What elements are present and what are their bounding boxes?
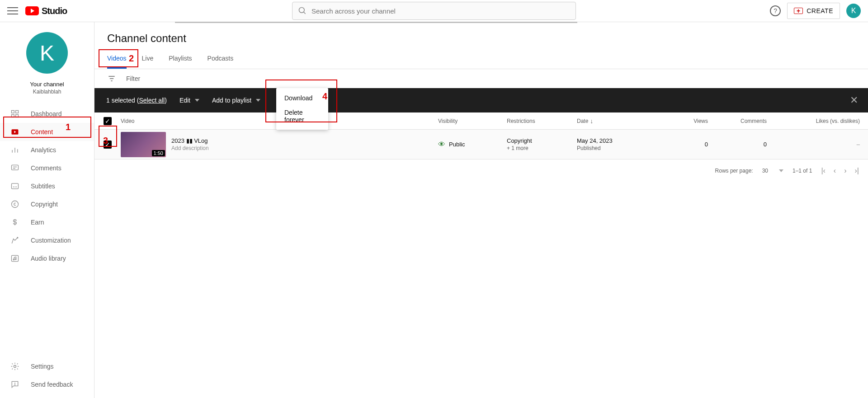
main-content: Channel content Videos Live Playlists Po…	[94, 22, 868, 398]
sidebar-item-customization[interactable]: Customization	[0, 231, 94, 249]
sidebar-item-copyright[interactable]: Copyright	[0, 195, 94, 213]
page-next-icon[interactable]: ›	[844, 167, 846, 175]
sidebar-item-settings[interactable]: Settings	[0, 357, 94, 375]
page-prev-icon[interactable]: ‹	[834, 167, 836, 175]
sidebar-item-earn[interactable]: Earn	[0, 213, 94, 231]
video-date-status: Published	[577, 145, 654, 151]
svg-rect-4	[12, 115, 14, 117]
search-box[interactable]	[292, 2, 576, 20]
gear-icon	[10, 361, 20, 371]
create-plus-icon	[794, 8, 803, 14]
create-button[interactable]: CREATE	[787, 3, 840, 19]
filter-icon	[107, 74, 116, 83]
rows-per-page-select[interactable]: 30	[762, 168, 783, 174]
search-icon	[298, 6, 307, 15]
col-comments[interactable]: Comments	[708, 118, 767, 124]
svg-point-17	[12, 201, 19, 208]
chevron-down-icon	[779, 169, 783, 172]
svg-point-22	[14, 365, 16, 368]
annotation-number-1: 1	[66, 122, 71, 132]
video-date: May 24, 2023	[577, 137, 654, 144]
visibility-public-icon: 👁	[438, 140, 445, 149]
sidebar-item-comments[interactable]: Comments	[0, 159, 94, 177]
col-visibility[interactable]: Visibility	[438, 118, 507, 124]
sidebar-item-dashboard[interactable]: Dashboard	[0, 105, 94, 123]
selection-count: 1 selected (Select all)	[106, 97, 167, 104]
search-input[interactable]	[311, 7, 570, 15]
pagination: Rows per page: 30 1–1 of 1 |‹ ‹ › ›|	[94, 159, 868, 182]
menu-icon[interactable]	[7, 5, 18, 16]
copyright-icon	[10, 199, 20, 209]
edit-dropdown[interactable]: Edit	[179, 97, 199, 104]
video-thumbnail[interactable]: 1:50	[121, 132, 166, 157]
sidebar-item-subtitles[interactable]: Subtitles	[0, 177, 94, 195]
page-range: 1–1 of 1	[793, 168, 812, 174]
customization-icon	[10, 235, 20, 245]
sidebar-item-label: Audio library	[31, 255, 66, 262]
sidebar-item-label: Content	[31, 128, 53, 136]
table-row[interactable]: ✓ 1:50 2023 ▮▮ VLog Add description 👁 Pu…	[94, 130, 868, 159]
feedback-icon	[10, 379, 20, 389]
svg-rect-11	[12, 165, 19, 170]
svg-rect-3	[16, 111, 19, 113]
sidebar-item-label: Subtitles	[31, 183, 55, 190]
tab-podcasts[interactable]: Podcasts	[208, 49, 234, 69]
menu-item-download[interactable]: Download	[276, 91, 328, 105]
channel-name: Kaiblahblah	[33, 89, 61, 95]
page-last-icon[interactable]: ›|	[855, 167, 859, 175]
youtube-play-icon	[25, 6, 39, 15]
sidebar-item-audio-library[interactable]: Audio library	[0, 249, 94, 267]
chevron-down-icon	[195, 99, 199, 102]
tab-videos[interactable]: Videos	[107, 49, 127, 69]
filter-bar[interactable]: Filter	[94, 69, 868, 88]
tab-live[interactable]: Live	[142, 49, 154, 69]
sidebar-item-feedback[interactable]: Send feedback	[0, 375, 94, 393]
channel-avatar[interactable]: K	[26, 32, 68, 74]
select-all-link[interactable]: Select all	[139, 97, 165, 104]
annotation-number-4: 4	[322, 91, 327, 102]
video-description: Add description	[171, 145, 209, 151]
add-to-playlist-dropdown[interactable]: Add to playlist	[212, 97, 260, 104]
create-label: CREATE	[807, 7, 833, 14]
sidebar-item-label: Dashboard	[31, 110, 62, 117]
video-comments: 0	[708, 141, 767, 148]
sidebar-item-label: Earn	[31, 219, 44, 226]
col-likes[interactable]: Likes (vs. dislikes)	[767, 118, 868, 124]
sidebar-item-label: Send feedback	[31, 381, 73, 388]
analytics-icon	[10, 145, 20, 155]
chevron-down-icon	[256, 99, 260, 102]
menu-item-delete-forever[interactable]: Delete forever	[276, 105, 328, 127]
page-first-icon[interactable]: |‹	[821, 167, 825, 175]
sidebar-item-content[interactable]: Content	[0, 123, 94, 141]
content-tabs: Videos Live Playlists Podcasts	[94, 49, 868, 69]
top-bar: Studio ? CREATE K	[0, 0, 868, 22]
video-likes: –	[767, 141, 868, 148]
visibility-label: Public	[449, 141, 465, 148]
tab-playlists[interactable]: Playlists	[169, 49, 192, 69]
col-views[interactable]: Views	[654, 118, 708, 124]
svg-rect-2	[12, 111, 14, 113]
subtitles-icon	[10, 181, 20, 191]
restrictions-more: + 1 more	[507, 145, 577, 151]
svg-rect-5	[16, 115, 19, 117]
account-avatar[interactable]: K	[846, 4, 861, 18]
svg-point-0	[299, 8, 305, 13]
comments-icon	[10, 163, 20, 173]
select-all-checkbox[interactable]: ✓	[104, 117, 112, 125]
svg-rect-19	[12, 255, 19, 261]
col-date[interactable]: Date ↓	[577, 117, 654, 125]
studio-logo[interactable]: Studio	[25, 6, 67, 16]
help-icon[interactable]: ?	[770, 5, 781, 16]
sidebar-item-label: Customization	[31, 237, 71, 244]
content-icon	[10, 127, 20, 137]
table-header: ✓ Video Visibility Restrictions Date ↓ V…	[94, 112, 868, 130]
filter-label: Filter	[126, 75, 140, 82]
annotation-number-3: 3	[103, 136, 108, 146]
sidebar-item-label: Settings	[31, 363, 54, 370]
video-duration: 1:50	[152, 150, 165, 156]
sidebar-item-analytics[interactable]: Analytics	[0, 141, 94, 159]
col-restrictions[interactable]: Restrictions	[507, 118, 577, 124]
close-icon[interactable]: ✕	[850, 94, 858, 106]
video-views: 0	[654, 141, 708, 148]
selection-action-bar: 1 selected (Select all) Edit Add to play…	[94, 88, 868, 112]
